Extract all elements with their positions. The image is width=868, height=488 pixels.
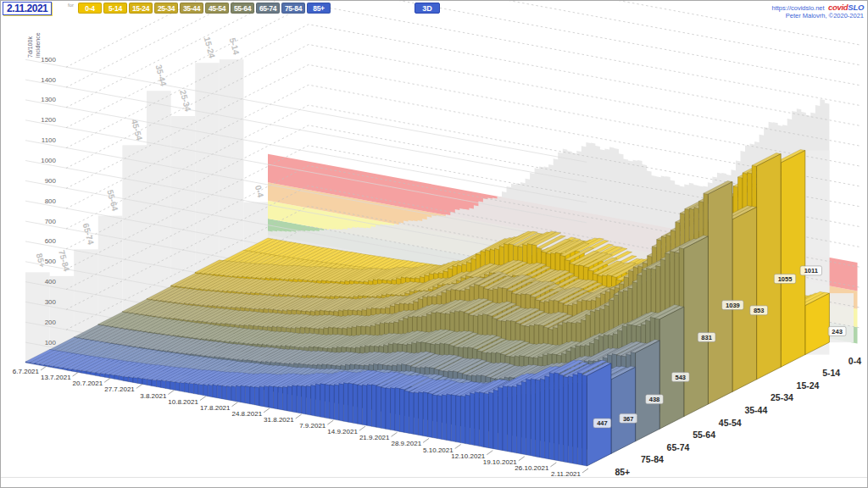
window-border xyxy=(0,0,868,488)
bottom-divider xyxy=(1,477,867,478)
